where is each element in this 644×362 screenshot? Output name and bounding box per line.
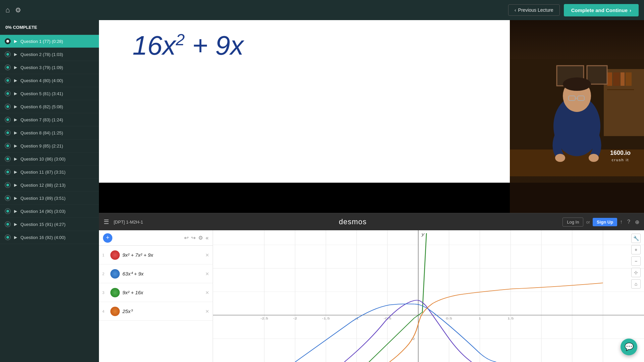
sidebar-item-16[interactable]: ▶ Question 16 (92) (4:00) bbox=[0, 231, 99, 244]
sidebar-item-13[interactable]: ▶ Question 13 (89) (3:51) bbox=[0, 192, 99, 205]
svg-point-16 bbox=[555, 154, 565, 162]
coord-button[interactable]: ⊹ bbox=[631, 268, 641, 277]
expr-color-blue[interactable] bbox=[110, 269, 120, 279]
prev-lecture-button[interactable]: ‹ Previous Lecture bbox=[508, 4, 560, 16]
expr-formula[interactable]: 9x² + 7x² + 9x bbox=[122, 252, 205, 258]
svg-rect-6 bbox=[607, 89, 634, 90]
svg-point-12 bbox=[563, 77, 591, 91]
sidebar-item-7[interactable]: ▶ Question 7 (83) (1:24) bbox=[0, 113, 99, 126]
expr-formula[interactable]: 9x² + 16x bbox=[122, 290, 205, 295]
sidebar-item-12[interactable]: ▶ Question 12 (88) (2:13) bbox=[0, 179, 99, 192]
video-area: 16x2 + 9x bbox=[99, 20, 644, 183]
sidebar-item-15[interactable]: ▶ Question 15 (91) (4:27) bbox=[0, 218, 99, 231]
item-label: Question 7 (83) (1:24) bbox=[20, 117, 94, 122]
share-icon[interactable]: ↑ bbox=[620, 219, 623, 225]
svg-text:1: 1 bbox=[479, 316, 481, 320]
top-nav: ⌂ ⚙ ‹ Previous Lecture Complete and Cont… bbox=[0, 0, 644, 20]
globe-icon[interactable]: ⊕ bbox=[635, 219, 639, 225]
sidebar-item-2[interactable]: ▶ Question 2 (78) (1:03) bbox=[0, 48, 99, 61]
expr-color-green[interactable] bbox=[110, 288, 120, 297]
expr-color-orange[interactable] bbox=[110, 307, 120, 316]
video-icon: ▶ bbox=[14, 91, 17, 96]
circle-inner bbox=[6, 118, 9, 121]
sidebar-item-9[interactable]: ▶ Question 9 (85) (2:21) bbox=[0, 139, 99, 153]
expr-gear-icon[interactable]: ⚙ bbox=[198, 235, 203, 241]
undo-icon[interactable]: ↩ bbox=[184, 235, 189, 241]
expr-delete-button[interactable]: ✕ bbox=[205, 271, 209, 277]
nav-right: ‹ Previous Lecture Complete and Continue… bbox=[508, 4, 639, 16]
main-content: 16x2 + 9x bbox=[99, 20, 644, 362]
expr-formula[interactable]: 25x⁵ bbox=[122, 308, 205, 314]
expr-delete-button[interactable]: ✕ bbox=[205, 290, 209, 295]
video-icon: ▶ bbox=[14, 65, 17, 70]
settings-icon[interactable]: ⚙ bbox=[15, 6, 21, 14]
expr-toolbar: + ↩ ↪ ⚙ « bbox=[99, 230, 213, 246]
expr-add-button[interactable]: + bbox=[103, 233, 112, 243]
zoom-in-button[interactable]: + bbox=[631, 245, 641, 254]
expr-color-red[interactable] bbox=[110, 250, 120, 260]
sidebar: 0% COMPLETE ▶ Question 1 (77) (0:28) ▶ Q… bbox=[0, 20, 99, 362]
chevron-right-icon: › bbox=[630, 7, 631, 13]
wrench-tool-button[interactable]: 🔧 bbox=[631, 234, 641, 243]
video-icon: ▶ bbox=[14, 39, 17, 44]
video-black-left bbox=[99, 183, 510, 213]
circle-indicator bbox=[5, 221, 11, 227]
svg-point-17 bbox=[589, 154, 599, 162]
expr-delete-button[interactable]: ✕ bbox=[205, 252, 209, 258]
expr-toolbar-right: ↩ ↪ ⚙ « bbox=[184, 235, 209, 241]
sidebar-item-6[interactable]: ▶ Question 6 (82) (5:08) bbox=[0, 100, 99, 113]
sidebar-item-3[interactable]: ▶ Question 3 (79) (1:09) bbox=[0, 61, 99, 74]
sidebar-progress: 0% COMPLETE bbox=[0, 20, 99, 35]
progress-label: COMPLETE bbox=[13, 25, 37, 30]
help-icon[interactable]: ? bbox=[627, 219, 630, 225]
svg-rect-5 bbox=[626, 72, 632, 86]
redo-icon[interactable]: ↪ bbox=[191, 235, 196, 241]
circle-indicator bbox=[5, 90, 11, 97]
messenger-button[interactable]: 💬 bbox=[621, 339, 637, 355]
home-icon[interactable]: ⌂ bbox=[5, 6, 10, 14]
video-icon: ▶ bbox=[14, 170, 17, 174]
circle-indicator bbox=[5, 208, 11, 214]
circle-indicator bbox=[5, 77, 11, 83]
home-view-button[interactable]: ⌂ bbox=[631, 279, 641, 289]
expr-num: 1 bbox=[102, 253, 108, 257]
expr-formula[interactable]: 63x⁴ + 9x bbox=[122, 271, 205, 277]
desmos-body: + ↩ ↪ ⚙ « 1 9x² + 7x² + 9x ✕ 2 63x⁴ + 9x… bbox=[99, 230, 644, 362]
expr-row-1[interactable]: 1 9x² + 7x² + 9x ✕ bbox=[99, 246, 213, 264]
complete-continue-button[interactable]: Complete and Continue › bbox=[564, 4, 639, 16]
sidebar-item-4[interactable]: ▶ Question 4 (80) (4:00) bbox=[0, 74, 99, 87]
sidebar-item-5[interactable]: ▶ Question 5 (81) (3:41) bbox=[0, 87, 99, 100]
sidebar-item-1[interactable]: ▶ Question 1 (77) (0:28) bbox=[0, 35, 99, 48]
expr-row-4[interactable]: 4 25x⁵ ✕ bbox=[99, 302, 213, 321]
expr-row-3[interactable]: 3 9x² + 16x ✕ bbox=[99, 283, 213, 302]
brand-name: 1600.io bbox=[610, 149, 631, 157]
sidebar-item-14[interactable]: ▶ Question 14 (90) (3:03) bbox=[0, 205, 99, 218]
desmos-graph[interactable]: y -2.5 -2 -1.5 -1 -0.5 0.5 1 1.5 bbox=[213, 230, 644, 362]
circle-inner bbox=[6, 144, 9, 147]
circle-inner bbox=[6, 158, 9, 160]
circle-inner bbox=[6, 184, 9, 186]
collapse-icon[interactable]: « bbox=[206, 235, 209, 241]
circle-indicator bbox=[5, 234, 11, 240]
desmos-signup-button[interactable]: Sign Up bbox=[593, 218, 617, 226]
svg-text:-2.5: -2.5 bbox=[260, 316, 268, 320]
zoom-out-button[interactable]: − bbox=[631, 256, 641, 266]
circle-indicator bbox=[5, 64, 11, 70]
desmos-or: or bbox=[586, 220, 590, 225]
expr-delete-button[interactable]: ✕ bbox=[205, 309, 209, 314]
sidebar-item-10[interactable]: ▶ Question 10 (86) (3:00) bbox=[0, 153, 99, 166]
sidebar-item-8[interactable]: ▶ Question 8 (84) (1:25) bbox=[0, 126, 99, 139]
desmos-header-icons: ↑ ? ⊕ bbox=[620, 219, 639, 225]
circle-indicator bbox=[5, 169, 11, 175]
circle-inner bbox=[6, 223, 9, 226]
desmos-menu-icon[interactable]: ☰ bbox=[104, 218, 109, 226]
desmos-login-button[interactable]: Log In bbox=[562, 218, 583, 227]
svg-text:-1.5: -1.5 bbox=[322, 316, 330, 320]
sidebar-item-11[interactable]: ▶ Question 11 (87) (3:31) bbox=[0, 166, 99, 179]
svg-rect-2 bbox=[607, 72, 612, 86]
expr-row-2[interactable]: 2 63x⁴ + 9x ✕ bbox=[99, 264, 213, 283]
circle-inner bbox=[6, 236, 9, 239]
desmos-header: ☰ [DPT] 1-M2H-1 desmos Log In or Sign Up… bbox=[99, 214, 644, 230]
progress-percent: 0% bbox=[5, 25, 12, 30]
video-icon: ▶ bbox=[14, 209, 17, 214]
